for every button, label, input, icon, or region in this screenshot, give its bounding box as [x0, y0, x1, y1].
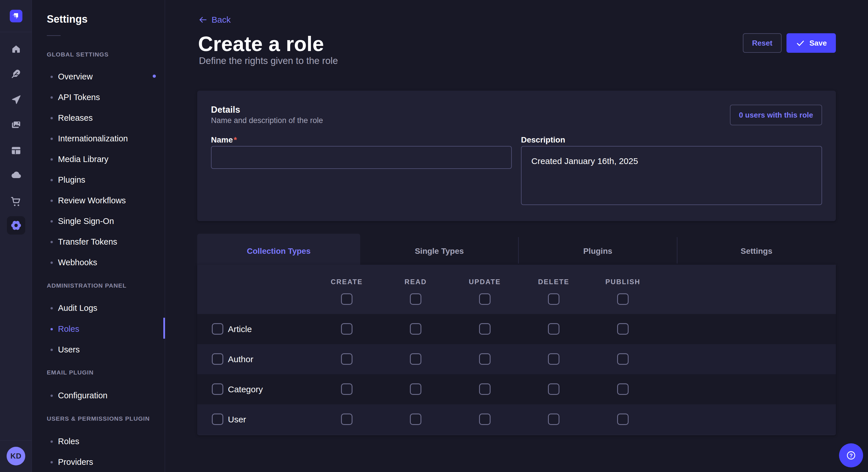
svg-text:?: ?	[849, 452, 853, 459]
